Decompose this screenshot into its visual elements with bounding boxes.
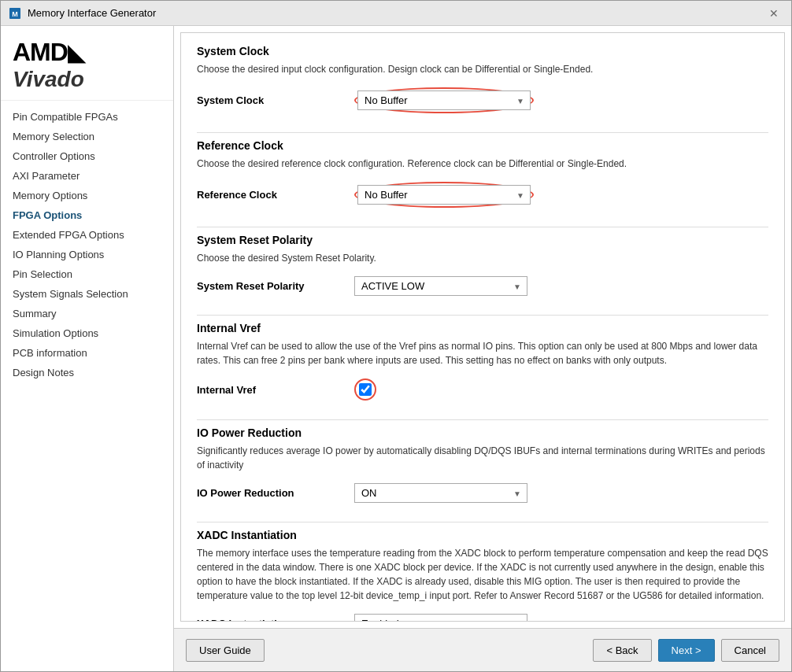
system-clock-control: No Buffer Differential Single-Ended ▼ — [354, 87, 768, 113]
sidebar-item-pin-selection[interactable]: Pin Selection — [1, 264, 173, 284]
io-power-section: IO Power Reduction Significantly reduces… — [197, 426, 768, 508]
io-power-label: IO Power Reduction — [197, 487, 354, 499]
main-area: System Clock Choose the desired input cl… — [174, 26, 791, 671]
system-clock-title: System Clock — [197, 45, 768, 57]
internal-vref-checkbox[interactable] — [359, 383, 372, 396]
main-window: M Memory Interface Generator ✕ AMD◣ Viva… — [0, 0, 792, 672]
reference-clock-select[interactable]: No Buffer Differential Single-Ended — [357, 185, 531, 205]
system-reset-label: System Reset Polarity — [197, 280, 354, 292]
back-button[interactable]: < Back — [593, 639, 651, 662]
system-reset-select[interactable]: ACTIVE LOW ACTIVE HIGH — [354, 276, 527, 296]
internal-vref-field-row: Internal Vref — [197, 374, 768, 405]
io-power-dropdown-wrapper: ON OFF ▼ — [354, 483, 527, 503]
xadc-dropdown-wrapper: Enabled Disabled ▼ — [354, 614, 527, 622]
xadc-desc: The memory interface uses the temperatur… — [197, 546, 768, 603]
divider-3 — [197, 315, 768, 316]
logo-area: AMD◣ Vivado — [1, 26, 173, 101]
internal-vref-label: Internal Vref — [197, 384, 354, 396]
divider-1 — [197, 132, 768, 133]
internal-vref-section: Internal Vref Internal Vref can be used … — [197, 322, 768, 405]
sidebar-item-simulation[interactable]: Simulation Options — [1, 323, 173, 343]
io-power-title: IO Power Reduction — [197, 426, 768, 439]
sidebar-item-summary[interactable]: Summary — [1, 304, 173, 323]
sidebar-item-pin-compatible[interactable]: Pin Compatible FPGAs — [1, 107, 173, 127]
system-clock-desc: Choose the desired input clock configura… — [197, 62, 768, 76]
app-icon: M — [9, 7, 21, 20]
sidebar-item-fpga-options[interactable]: FPGA Options — [1, 205, 173, 225]
io-power-field-row: IO Power Reduction ON OFF ▼ — [197, 478, 768, 508]
footer-left: User Guide — [186, 639, 265, 662]
user-guide-button[interactable]: User Guide — [186, 639, 265, 662]
title-bar: M Memory Interface Generator ✕ — [1, 1, 791, 26]
footer-right: < Back Next > Cancel — [593, 639, 779, 662]
sidebar-item-memory-selection[interactable]: Memory Selection — [1, 127, 173, 146]
footer: User Guide < Back Next > Cancel — [174, 628, 791, 671]
system-reset-title: System Reset Polarity — [197, 234, 768, 246]
xadc-field-row: XADC Instantiation Enabled Disabled ▼ — [197, 609, 768, 622]
cancel-button[interactable]: Cancel — [721, 639, 779, 662]
divider-2 — [197, 227, 768, 227]
next-button[interactable]: Next > — [658, 639, 715, 662]
system-reset-dropdown-wrapper: ACTIVE LOW ACTIVE HIGH ▼ — [354, 276, 527, 296]
io-power-select[interactable]: ON OFF — [354, 483, 527, 503]
xadc-title: XADC Instantiation — [197, 529, 768, 541]
content-area: System Clock Choose the desired input cl… — [180, 32, 785, 622]
sidebar-item-design-notes[interactable]: Design Notes — [1, 363, 173, 382]
system-clock-section: System Clock Choose the desired input cl… — [197, 45, 768, 118]
amd-logo: AMD◣ — [13, 38, 161, 67]
system-reset-desc: Choose the desired System Reset Polarity… — [197, 251, 768, 265]
system-reset-control: ACTIVE LOW ACTIVE HIGH ▼ — [354, 276, 768, 296]
sidebar: AMD◣ Vivado Pin Compatible FPGAs Memory … — [1, 26, 174, 671]
sidebar-item-controller-options[interactable]: Controller Options — [1, 146, 173, 166]
io-power-desc: Significantly reduces average IO power b… — [197, 444, 768, 472]
svg-text:M: M — [12, 10, 18, 18]
divider-5 — [197, 522, 768, 522]
xadc-control: Enabled Disabled ▼ — [354, 614, 768, 622]
internal-vref-title: Internal Vref — [197, 322, 768, 334]
reference-clock-section: Reference Clock Choose the desired refer… — [197, 139, 768, 212]
xadc-section: XADC Instantiation The memory interface … — [197, 529, 768, 622]
io-power-control: ON OFF ▼ — [354, 483, 768, 503]
sidebar-item-axi-parameter[interactable]: AXI Parameter — [1, 166, 173, 186]
vivado-logo: Vivado — [13, 67, 161, 92]
system-reset-field-row: System Reset Polarity ACTIVE LOW ACTIVE … — [197, 271, 768, 301]
sidebar-navigation: Pin Compatible FPGAs Memory Selection Co… — [1, 101, 173, 671]
sidebar-item-extended-fpga[interactable]: Extended FPGA Options — [1, 225, 173, 245]
reference-clock-label: Reference Clock — [197, 189, 354, 201]
reference-clock-title: Reference Clock — [197, 139, 768, 152]
internal-vref-highlight — [354, 378, 376, 401]
reference-clock-desc: Choose the desired reference clock confi… — [197, 157, 768, 171]
main-content: AMD◣ Vivado Pin Compatible FPGAs Memory … — [1, 26, 791, 671]
reference-clock-control: No Buffer Differential Single-Ended ▼ — [354, 182, 768, 208]
title-bar-left: M Memory Interface Generator — [9, 7, 156, 20]
sidebar-item-io-planning[interactable]: IO Planning Options — [1, 245, 173, 264]
window-title: Memory Interface Generator — [28, 7, 156, 19]
system-clock-dropdown-wrapper: No Buffer Differential Single-Ended ▼ — [357, 90, 531, 110]
internal-vref-desc: Internal Vref can be used to allow the u… — [197, 339, 768, 367]
xadc-select[interactable]: Enabled Disabled — [354, 614, 527, 622]
system-clock-field-row: System Clock No Buffer Differential Sing… — [197, 83, 768, 118]
reference-clock-field-row: Reference Clock No Buffer Differential S… — [197, 177, 768, 212]
sidebar-item-system-signals[interactable]: System Signals Selection — [1, 284, 173, 304]
reference-clock-dropdown-wrapper: No Buffer Differential Single-Ended ▼ — [357, 185, 531, 205]
close-button[interactable]: ✕ — [764, 6, 783, 21]
reference-clock-highlight: No Buffer Differential Single-Ended ▼ — [354, 182, 534, 208]
sidebar-item-memory-options[interactable]: Memory Options — [1, 186, 173, 205]
divider-4 — [197, 419, 768, 420]
sidebar-item-pcb-info[interactable]: PCB information — [1, 343, 173, 363]
system-clock-label: System Clock — [197, 94, 354, 106]
xadc-label: XADC Instantiation — [197, 618, 354, 622]
system-reset-section: System Reset Polarity Choose the desired… — [197, 234, 768, 301]
system-clock-highlight: No Buffer Differential Single-Ended ▼ — [354, 87, 534, 113]
system-clock-select[interactable]: No Buffer Differential Single-Ended — [357, 90, 531, 110]
internal-vref-control — [354, 378, 768, 401]
